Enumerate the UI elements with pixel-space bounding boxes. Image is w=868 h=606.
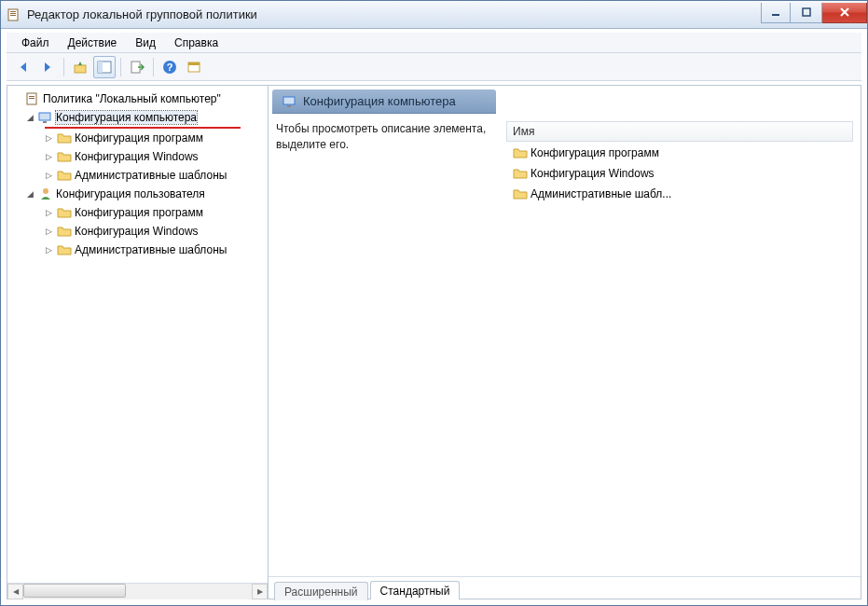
svg-rect-2 [10,13,16,14]
tree-user-programs[interactable]: ▷ Конфигурация программ [7,203,268,222]
expand-icon[interactable]: ▷ [43,171,54,180]
computer-icon [38,110,53,125]
tree-root[interactable]: Политика "Локальный компьютер" [7,90,268,108]
list-item[interactable]: Конфигурация Windows [506,164,853,183]
tree-item-label: Административные шаблоны [75,169,227,182]
user-icon [38,186,53,201]
tree-pane: Политика "Локальный компьютер" ◢ Конфигу… [7,86,269,599]
up-button[interactable] [69,56,91,78]
folder-icon [57,224,72,239]
svg-rect-6 [75,65,86,73]
svg-rect-16 [29,98,34,99]
tree-body: Политика "Локальный компьютер" ◢ Конфигу… [7,86,268,583]
tree-item-label: Конфигурация Windows [75,225,199,238]
expand-icon[interactable]: ▷ [43,227,54,236]
svg-rect-13 [188,62,200,65]
scroll-right-button[interactable]: ▶ [252,584,268,599]
app-icon [7,7,21,22]
svg-rect-21 [287,105,291,107]
svg-rect-15 [29,96,34,97]
list-item[interactable]: Административные шабл... [506,185,853,203]
window-title: Редактор локальной групповой политики [27,7,257,21]
expand-icon[interactable]: ▷ [43,152,54,161]
folder-icon [57,131,72,145]
menu-view[interactable]: Вид [126,34,165,51]
tree-item-label: Конфигурация Windows [75,150,199,163]
tree-computer-windows[interactable]: ▷ Конфигурация Windows [7,147,268,166]
toolbar: ? [7,53,861,81]
scroll-track[interactable] [23,584,252,599]
list-item-label: Административные шабл... [530,187,671,200]
column-header-name[interactable]: Имя [506,121,853,142]
scroll-thumb[interactable] [23,584,126,598]
computer-icon [282,94,297,109]
tree-computer-templates[interactable]: ▷ Административные шаблоны [7,166,268,185]
tree-computer-config[interactable]: ◢ Конфигурация компьютера [7,108,268,127]
list-item[interactable]: Конфигурация программ [506,144,853,162]
expand-icon[interactable]: ▷ [43,133,54,143]
svg-rect-20 [283,97,295,104]
collapse-icon[interactable]: ◢ [24,113,35,122]
window-controls [761,3,867,23]
app-window: Редактор локальной групповой политики Фа… [0,0,868,606]
back-button[interactable] [12,56,34,78]
help-button[interactable]: ? [158,56,181,78]
tree-user-windows[interactable]: ▷ Конфигурация Windows [7,222,268,241]
titlebar: Редактор локальной групповой политики [1,1,867,29]
tree-root-label: Политика "Локальный компьютер" [43,92,221,105]
folder-icon [513,145,528,160]
svg-point-19 [43,188,48,194]
scroll-left-button[interactable]: ◀ [7,584,23,599]
content-area: Политика "Локальный компьютер" ◢ Конфигу… [7,85,861,599]
svg-rect-17 [39,113,50,120]
folder-icon [57,242,72,257]
tab-standard[interactable]: Стандартный [370,581,461,599]
folder-icon [513,186,528,201]
menu-help[interactable]: Справка [165,34,227,51]
svg-rect-4 [772,14,779,16]
tabstrip: Расширенный Стандартный [269,576,861,599]
maximize-button[interactable] [791,3,822,23]
detail-header-title: Конфигурация компьютера [303,94,456,108]
export-button[interactable] [126,56,148,78]
minimize-button[interactable] [761,3,791,23]
collapse-icon[interactable]: ◢ [24,189,35,199]
svg-text:?: ? [167,62,173,73]
expand-icon[interactable]: ▷ [43,208,54,217]
tab-extended[interactable]: Расширенный [274,582,368,600]
svg-rect-1 [10,11,16,12]
tree-item-label: Конфигурация программ [75,131,203,145]
detail-header: Конфигурация компьютера [272,90,496,114]
tree-user-config-label: Конфигурация пользователя [56,187,205,200]
folder-icon [513,166,528,181]
svg-rect-5 [803,8,810,16]
properties-button[interactable] [183,56,205,78]
folder-icon [57,205,72,220]
showhide-tree-button[interactable] [93,56,116,78]
menu-action[interactable]: Действие [59,34,127,51]
tree-computer-programs[interactable]: ▷ Конфигурация программ [7,129,268,147]
menu-file[interactable]: Файл [12,34,59,51]
tree-item-label: Административные шаблоны [75,243,227,256]
svg-rect-18 [43,121,47,123]
expand-icon[interactable]: ▷ [43,245,54,255]
svg-rect-8 [98,62,103,73]
policy-icon [25,91,40,106]
menubar: Файл Действие Вид Справка [7,33,861,53]
tree-user-config[interactable]: ◢ Конфигурация пользователя [7,185,268,203]
forward-button[interactable] [36,56,59,78]
description-text: Чтобы просмотреть описание элемента, выд… [276,121,495,569]
tree-user-templates[interactable]: ▷ Административные шаблоны [7,241,268,259]
horizontal-scrollbar[interactable]: ◀ ▶ [7,583,268,599]
detail-pane: Конфигурация компьютера Чтобы просмотрет… [269,86,861,599]
tree-computer-config-label: Конфигурация компьютера [56,111,197,124]
list-item-label: Конфигурация программ [530,146,659,159]
folder-icon [57,149,72,164]
toolbar-separator [153,58,154,76]
detail-body: Чтобы просмотреть описание элемента, выд… [269,114,861,576]
svg-rect-3 [10,15,16,16]
list-item-label: Конфигурация Windows [530,167,654,180]
toolbar-separator [63,58,64,76]
folder-icon [57,168,72,183]
close-button[interactable] [822,3,867,23]
